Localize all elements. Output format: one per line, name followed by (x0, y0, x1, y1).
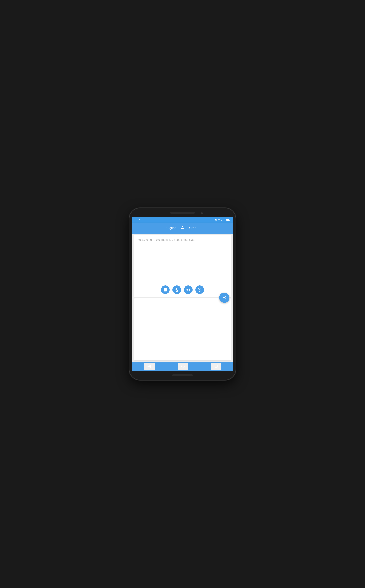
clear-icon (198, 288, 202, 292)
nav-back-button[interactable] (144, 363, 155, 370)
status-time: 3:22 (135, 218, 140, 221)
microphone-button[interactable] (173, 285, 181, 294)
source-language[interactable]: English (165, 226, 176, 230)
microphone-icon (175, 288, 179, 292)
target-language[interactable]: Dutch (187, 226, 196, 230)
nav-recents-icon (215, 365, 218, 368)
clipboard-button[interactable] (161, 285, 170, 294)
svg-marker-13 (147, 365, 151, 368)
back-button[interactable]: ‹ (136, 224, 140, 231)
nav-recents-button[interactable] (211, 363, 221, 370)
clipboard-icon (163, 288, 167, 292)
output-panel (134, 299, 231, 360)
wifi-icon: ✕ (218, 218, 220, 221)
translation-output[interactable] (134, 299, 176, 310)
sim-icon: ▣ (215, 219, 217, 221)
nav-back-icon (147, 365, 151, 368)
phone-frame: 3:22 ▣ ✕ (129, 208, 236, 380)
svg-marker-8 (187, 288, 188, 291)
translate-input[interactable] (134, 235, 231, 283)
swap-languages-button[interactable] (180, 226, 184, 231)
main-content (132, 234, 233, 362)
bottom-nav (132, 362, 233, 371)
speaker-icon (186, 288, 190, 292)
nav-home-button[interactable] (178, 363, 188, 370)
svg-rect-5 (176, 288, 177, 290)
status-icons: ▣ ✕ (215, 218, 230, 221)
send-icon (222, 295, 227, 300)
send-button[interactable] (219, 293, 229, 303)
battery-icon (226, 219, 230, 221)
input-panel (134, 235, 231, 297)
svg-rect-15 (215, 365, 218, 368)
screen: 3:22 ▣ ✕ (132, 217, 233, 371)
signal-bars (222, 219, 225, 221)
clear-button[interactable] (195, 285, 204, 294)
svg-rect-2 (165, 288, 166, 289)
svg-point-14 (182, 365, 184, 368)
nav-home-icon (181, 365, 184, 368)
lang-row: English Dutch (140, 226, 221, 231)
camera-dot (201, 212, 203, 214)
input-actions (134, 283, 231, 297)
app-header: ‹ English Dutch (132, 223, 233, 234)
speaker-button[interactable] (184, 285, 192, 294)
status-bar: 3:22 ▣ ✕ (132, 217, 233, 223)
